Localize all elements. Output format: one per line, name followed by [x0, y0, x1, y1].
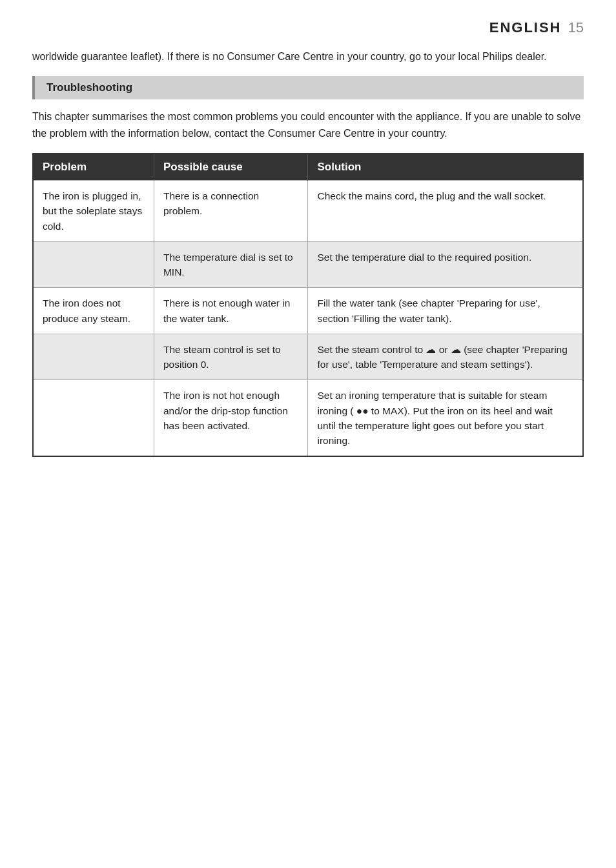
table-header-row: Problem Possible cause Solution — [33, 154, 583, 181]
solution-cell: Set the temperature dial to the required… — [308, 241, 583, 288]
troubleshooting-section-header: Troubleshooting — [32, 76, 584, 99]
table-row: The temperature dial is set to MIN. Set … — [33, 241, 583, 288]
solution-cell: Set the steam control to ☁ or ☁ (see cha… — [308, 334, 583, 380]
language-label: ENGLISH — [489, 19, 562, 36]
table-row: The steam control is set to position 0. … — [33, 334, 583, 380]
cause-cell: There is a connection problem. — [154, 181, 308, 242]
troubleshooting-table: Problem Possible cause Solution The iron… — [32, 153, 584, 457]
solution-cell: Fill the water tank (see chapter 'Prepar… — [308, 288, 583, 334]
col-header-problem: Problem — [33, 154, 154, 181]
page-header: ENGLISH 15 — [32, 19, 584, 36]
solution-cell: Set an ironing temperature that is suita… — [308, 380, 583, 457]
col-header-cause: Possible cause — [154, 154, 308, 181]
problem-cell — [33, 380, 154, 457]
cause-cell: The iron is not hot enough and/or the dr… — [154, 380, 308, 457]
table-row: The iron does not produce any steam. The… — [33, 288, 583, 334]
cause-cell: There is not enough water in the water t… — [154, 288, 308, 334]
table-row: The iron is not hot enough and/or the dr… — [33, 380, 583, 457]
problem-cell: The iron does not produce any steam. — [33, 288, 154, 334]
cause-cell: The steam control is set to position 0. — [154, 334, 308, 380]
intro-paragraph: worldwide guarantee leaflet). If there i… — [32, 49, 584, 65]
problem-cell — [33, 334, 154, 380]
troubleshooting-intro: This chapter summarises the most common … — [32, 108, 584, 141]
col-header-solution: Solution — [308, 154, 583, 181]
problem-cell — [33, 241, 154, 288]
table-row: The iron is plugged in, but the soleplat… — [33, 181, 583, 242]
troubleshooting-title: Troubleshooting — [46, 81, 132, 94]
solution-cell: Check the mains cord, the plug and the w… — [308, 181, 583, 242]
cause-cell: The temperature dial is set to MIN. — [154, 241, 308, 288]
problem-cell: The iron is plugged in, but the soleplat… — [33, 181, 154, 242]
page-number: 15 — [568, 19, 584, 36]
